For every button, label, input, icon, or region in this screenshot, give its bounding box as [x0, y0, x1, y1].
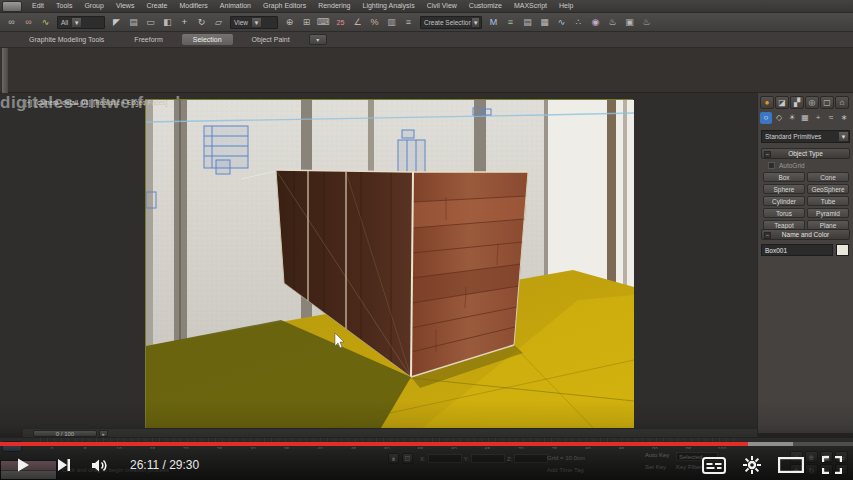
camera-viewport-render[interactable]: [145, 99, 633, 432]
fullscreen-button[interactable]: [811, 452, 853, 478]
layer-manager-icon[interactable]: ▤: [520, 15, 535, 30]
captions-button[interactable]: [695, 452, 733, 478]
chevron-down-icon[interactable]: ▼: [71, 17, 82, 28]
chevron-down-icon[interactable]: ▼: [251, 17, 262, 28]
autogrid-checkbox[interactable]: [768, 162, 775, 169]
time-slider-handle[interactable]: 0 / 100: [33, 430, 97, 437]
helpers-category-icon[interactable]: +: [812, 112, 824, 124]
coord-system-dropdown[interactable]: View▼: [230, 16, 278, 29]
motion-tab-icon[interactable]: ◎: [805, 96, 819, 109]
shapes-category-icon[interactable]: ◇: [773, 112, 785, 124]
object-type-rollout-header[interactable]: − Object Type: [761, 148, 850, 159]
ribbon-toggle-icon[interactable]: ▦: [537, 15, 552, 30]
render-setup-icon[interactable]: ♨: [605, 15, 620, 30]
play-button[interactable]: [0, 452, 46, 478]
menu-item-tools[interactable]: Tools: [50, 0, 78, 12]
use-pivot-center-icon[interactable]: ⊕: [282, 15, 297, 30]
rendered-frame-icon[interactable]: ▣: [622, 15, 637, 30]
object-name-input[interactable]: Box001: [761, 244, 833, 256]
ribbon-tab-object-paint[interactable]: Object Paint: [241, 34, 301, 45]
menu-item-maxscript[interactable]: MAXScript: [508, 0, 553, 12]
primitive-button-torus[interactable]: Torus: [763, 208, 805, 218]
window-crossing-icon[interactable]: ◧: [160, 15, 175, 30]
theater-mode-button[interactable]: [771, 452, 811, 478]
primitive-button-geosphere[interactable]: GeoSphere: [807, 184, 849, 194]
menu-item-views[interactable]: Views: [110, 0, 141, 12]
hierarchy-tab-icon[interactable]: ▞: [790, 96, 804, 109]
percent-snap-icon[interactable]: %: [367, 15, 382, 30]
next-frame-button[interactable]: ▸: [99, 430, 108, 437]
viewport-pov-menu[interactable]: [+]: [25, 99, 32, 106]
chevron-down-icon[interactable]: ▼: [471, 17, 480, 28]
viewport-camera-menu[interactable]: [camera_detail_01]: [35, 99, 90, 106]
primitive-button-cone[interactable]: Cone: [807, 172, 849, 182]
settings-button[interactable]: [733, 452, 771, 478]
name-color-rollout-header[interactable]: − Name and Color: [761, 229, 850, 240]
chevron-down-icon[interactable]: ▼: [838, 131, 849, 142]
menu-item-create[interactable]: Create: [140, 0, 173, 12]
schematic-view-icon[interactable]: ∴: [571, 15, 586, 30]
edit-named-sets-icon[interactable]: ≡: [401, 15, 416, 30]
bind-to-space-warp-icon[interactable]: ∿: [38, 15, 53, 30]
utilities-tab-icon[interactable]: ⌂: [835, 96, 849, 109]
max-logo-icon[interactable]: [2, 1, 22, 12]
select-and-rotate-icon[interactable]: ↻: [194, 15, 209, 30]
ribbon-tab-graphite-modeling-tools[interactable]: Graphite Modeling Tools: [18, 34, 115, 45]
mirror-icon[interactable]: M: [486, 15, 501, 30]
primitive-button-pyramid[interactable]: Pyramid: [807, 208, 849, 218]
selection-region-icon[interactable]: ▭: [143, 15, 158, 30]
select-and-link-icon[interactable]: ∞: [4, 15, 19, 30]
modify-tab-icon[interactable]: ◪: [775, 96, 789, 109]
systems-category-icon[interactable]: ∗: [838, 112, 850, 124]
render-production-icon[interactable]: ♨: [639, 15, 654, 30]
select-and-move-icon[interactable]: +: [177, 15, 192, 30]
volume-button[interactable]: [82, 452, 118, 478]
keyboard-override-icon[interactable]: ⌨: [316, 15, 331, 30]
viewport-shading-menu[interactable]: [Realistic + Edged Faces]: [93, 99, 167, 106]
select-by-name-icon[interactable]: ▤: [126, 15, 141, 30]
menu-item-customize[interactable]: Customize: [463, 0, 508, 12]
menu-item-group[interactable]: Group: [78, 0, 109, 12]
select-and-scale-icon[interactable]: ▱: [211, 15, 226, 30]
angle-snap-icon[interactable]: ∠: [350, 15, 365, 30]
ribbon-config-dropdown[interactable]: ▾: [309, 34, 327, 45]
primitive-button-tube[interactable]: Tube: [807, 196, 849, 206]
named-sets-dropdown[interactable]: Create Selection Set▼: [420, 16, 482, 29]
collapse-icon[interactable]: −: [764, 151, 771, 158]
primitive-category-dropdown[interactable]: Standard Primitives ▼: [761, 130, 850, 143]
align-icon[interactable]: ≡: [503, 15, 518, 30]
spacewarps-category-icon[interactable]: ≈: [825, 112, 837, 124]
create-tab-icon[interactable]: ●: [760, 96, 774, 109]
primitive-button-sphere[interactable]: Sphere: [763, 184, 805, 194]
select-object-icon[interactable]: ◤: [109, 15, 124, 30]
ribbon-tab-freeform[interactable]: Freeform: [123, 34, 173, 45]
menu-item-graph-editors[interactable]: Graph Editors: [257, 0, 312, 12]
snaps-toggle-icon[interactable]: 25: [333, 15, 348, 30]
menu-item-rendering[interactable]: Rendering: [312, 0, 356, 12]
selection-filter-dropdown[interactable]: All▼: [57, 16, 105, 29]
ribbon-tab-selection[interactable]: Selection: [182, 34, 233, 45]
material-editor-icon[interactable]: ◉: [588, 15, 603, 30]
curve-editor-icon[interactable]: ∿: [554, 15, 569, 30]
collapse-icon[interactable]: −: [764, 232, 771, 239]
geometry-category-icon[interactable]: ○: [760, 112, 772, 124]
primitive-button-box[interactable]: Box: [763, 172, 805, 182]
menu-item-lighting-analysis[interactable]: Lighting Analysis: [356, 0, 420, 12]
menu-item-modifiers[interactable]: Modifiers: [173, 0, 213, 12]
cameras-category-icon[interactable]: ▦: [799, 112, 811, 124]
seek-bar[interactable]: [0, 442, 853, 446]
viewport-area[interactable]: [+] [camera_detail_01] [Realistic + Edge…: [0, 93, 757, 433]
menu-item-edit[interactable]: Edit: [26, 0, 50, 12]
object-color-swatch[interactable]: [836, 244, 849, 256]
lights-category-icon[interactable]: ☀: [786, 112, 798, 124]
unlink-selection-icon[interactable]: ∞: [21, 15, 36, 30]
next-button[interactable]: [46, 452, 82, 478]
menu-item-animation[interactable]: Animation: [214, 0, 257, 12]
menu-item-civil-view[interactable]: Civil View: [421, 0, 463, 12]
primitive-button-cylinder[interactable]: Cylinder: [763, 196, 805, 206]
select-and-manipulate-icon[interactable]: ⊞: [299, 15, 314, 30]
display-tab-icon[interactable]: ▢: [820, 96, 834, 109]
spinner-snap-icon[interactable]: ▥: [384, 15, 399, 30]
time-slider-track[interactable]: 0 / 100 ▸: [23, 428, 757, 437]
menu-item-help[interactable]: Help: [553, 0, 579, 12]
